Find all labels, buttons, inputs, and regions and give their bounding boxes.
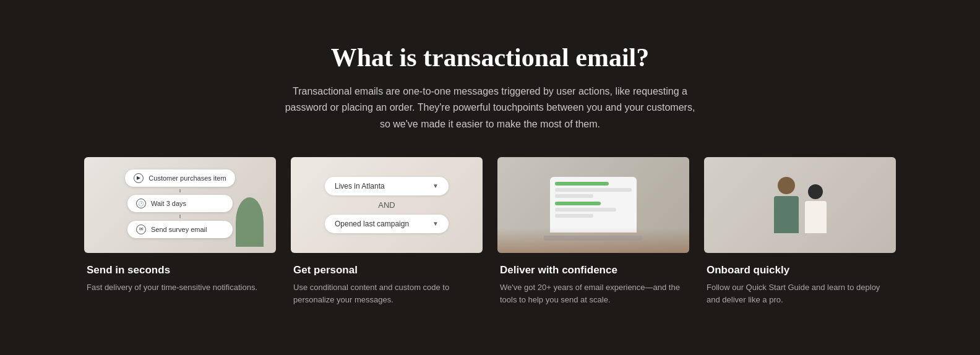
page-wrapper: What is transactional email? Transaction… xyxy=(0,18,980,337)
page-description: Transactional emails are one-to-one mess… xyxy=(280,83,700,132)
chevron-icon-1: ▼ xyxy=(432,182,439,189)
screen-bar-5 xyxy=(555,208,616,212)
screen-bar-1 xyxy=(555,182,609,186)
card-text-4: Onboard quickly Follow our Quick Start G… xyxy=(704,264,896,306)
workflow-connector-1 xyxy=(179,189,181,193)
card-desc-1: Fast delivery of your time-sensitive not… xyxy=(87,281,273,294)
filter-dropdown-1: Lives in Atlanta ▼ xyxy=(325,177,449,195)
filter-conjunction: AND xyxy=(378,200,395,210)
card-desc-2: Use conditional content and custom code … xyxy=(293,281,480,306)
workflow-step-1: ▶ Customer purchases item xyxy=(125,169,234,187)
screen-content xyxy=(550,177,637,233)
card-image-2: Lives in Atlanta ▼ AND Opened last campa… xyxy=(291,157,483,253)
people-illustration xyxy=(774,177,827,233)
card-title-4: Onboard quickly xyxy=(707,264,893,276)
person-2 xyxy=(805,184,827,233)
screen-bar-3 xyxy=(555,194,593,198)
workflow-step-3: ✉ Send survey email xyxy=(127,221,233,238)
card-send-in-seconds: ▶ Customer purchases item 🕐 Wait 3 days … xyxy=(84,157,276,306)
card-onboard-quickly: Onboard quickly Follow our Quick Start G… xyxy=(704,157,896,306)
hands-overlay xyxy=(497,228,689,253)
card-deliver-confidence: Deliver with confidence We've got 20+ ye… xyxy=(497,157,689,306)
card-image-4 xyxy=(704,157,896,253)
card-text-3: Deliver with confidence We've got 20+ ye… xyxy=(497,264,689,306)
card-image-3 xyxy=(497,157,689,253)
person-1-body xyxy=(774,196,799,233)
email-icon: ✉ xyxy=(136,225,146,234)
screen-bar-6 xyxy=(555,214,593,218)
card-get-personal: Lives in Atlanta ▼ AND Opened last campa… xyxy=(291,157,483,306)
screen-bar-4 xyxy=(555,202,601,205)
card-desc-3: We've got 20+ years of email experience—… xyxy=(500,281,687,306)
card-title-1: Send in seconds xyxy=(87,264,273,276)
card-text-1: Send in seconds Fast delivery of your ti… xyxy=(84,264,276,294)
person-1-head xyxy=(778,177,795,194)
play-icon: ▶ xyxy=(134,173,144,183)
person-1 xyxy=(774,177,799,233)
cards-row: ▶ Customer purchases item 🕐 Wait 3 days … xyxy=(49,157,931,306)
card-title-2: Get personal xyxy=(293,264,480,276)
clock-icon: 🕐 xyxy=(136,199,146,208)
person-2-body xyxy=(805,201,827,233)
screen-bar-2 xyxy=(555,188,632,192)
card-desc-4: Follow our Quick Start Guide and learn t… xyxy=(707,281,893,306)
laptop-container xyxy=(550,177,637,233)
laptop-screen xyxy=(550,177,637,233)
person-2-head xyxy=(808,184,823,199)
chevron-icon-2: ▼ xyxy=(432,220,439,227)
card-title-3: Deliver with confidence xyxy=(500,264,687,276)
card-text-2: Get personal Use conditional content and… xyxy=(291,264,483,306)
header-section: What is transactional email? Transaction… xyxy=(49,43,931,132)
filter-dropdown-2: Opened last campaign ▼ xyxy=(325,215,449,233)
workflow-connector-2 xyxy=(179,215,181,218)
page-title: What is transactional email? xyxy=(49,43,931,72)
card-image-1: ▶ Customer purchases item 🕐 Wait 3 days … xyxy=(84,157,276,253)
workflow-step-2: 🕐 Wait 3 days xyxy=(127,195,233,212)
